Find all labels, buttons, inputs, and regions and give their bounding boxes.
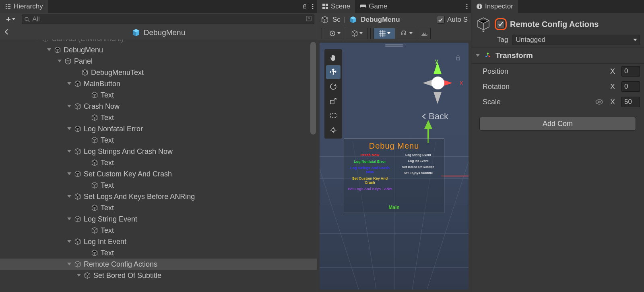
chevron-down-icon[interactable]	[67, 172, 72, 176]
hierarchy-tab[interactable]: Hierarchy	[0, 0, 48, 13]
rect-tool[interactable]	[326, 109, 341, 122]
debug-menu-item: Set Enjoys Subtitle	[396, 171, 441, 175]
render-mode-dropdown[interactable]	[346, 28, 367, 39]
chevron-down-icon[interactable]	[67, 150, 72, 153]
hierarchy-icon	[5, 3, 11, 10]
tag-value: Untagged	[516, 36, 545, 44]
tree-item[interactable]: DebugMenuText	[0, 67, 317, 78]
tree-item[interactable]: Text	[0, 202, 317, 213]
property-label: Position	[483, 67, 547, 76]
svg-rect-15	[330, 114, 336, 118]
chevron-down-icon[interactable]	[67, 127, 72, 130]
chevron-down-icon[interactable]	[76, 274, 81, 277]
tree-item[interactable]: Remote Config Actions	[0, 259, 317, 270]
move-gizmo-x-icon[interactable]	[441, 176, 469, 176]
tree-item[interactable]: Log String Event	[0, 213, 317, 225]
gameobject-icon	[91, 114, 98, 121]
svg-rect-6	[326, 4, 328, 6]
tree-item[interactable]: Panel	[0, 56, 317, 67]
add-component-button[interactable]: Add Com	[479, 117, 636, 130]
scrollbar-thumb[interactable]	[310, 42, 316, 135]
kebab-icon[interactable]	[309, 4, 317, 9]
tree-item[interactable]: Text	[0, 112, 317, 123]
tree-item[interactable]: Text	[0, 225, 317, 236]
gameobject-icon[interactable]	[475, 16, 491, 32]
tree-item[interactable]: Text	[0, 135, 317, 146]
tree-item[interactable]: Log Int Event	[0, 236, 317, 247]
kebab-icon[interactable]	[463, 4, 471, 9]
chevron-down-icon[interactable]	[67, 217, 72, 221]
tree-item[interactable]: DebugMenu	[0, 44, 317, 56]
property-label: Scale	[483, 98, 547, 106]
tree-item[interactable]: Log Nonfatal Error	[0, 123, 317, 135]
tag-dropdown[interactable]: Untagged	[512, 35, 640, 45]
breadcrumb-back-icon[interactable]	[4, 29, 9, 37]
gizmo-y-label: y	[435, 57, 438, 64]
tree-item[interactable]: Set Logs And Keys Before ANRing	[0, 191, 317, 202]
search-expand-icon[interactable]	[306, 15, 312, 23]
tree-item[interactable]: Text	[0, 157, 317, 168]
create-dropdown[interactable]	[2, 14, 19, 25]
chevron-down-icon[interactable]	[67, 263, 72, 266]
hand-tool[interactable]	[326, 51, 341, 64]
chevron-down-icon[interactable]	[67, 82, 72, 85]
transform-tool[interactable]	[326, 123, 341, 137]
chevron-down-icon[interactable]	[57, 60, 62, 63]
lock-icon[interactable]	[301, 4, 309, 9]
property-x-input[interactable]	[621, 97, 640, 107]
debug-menu-item: Log String Event	[396, 153, 441, 157]
chevron-down-icon[interactable]	[35, 39, 39, 40]
move-tool[interactable]	[326, 65, 341, 79]
scene-path-bar: Sc | DebugMenu Auto S	[317, 13, 471, 27]
debug-menu-item: Set Custom Key And Crash	[347, 176, 392, 184]
tree-item[interactable]: Canvas (Environment)	[0, 39, 317, 44]
scene-toolbar	[317, 27, 471, 40]
tree-item[interactable]: Set Bored Of Subtitle	[0, 270, 317, 281]
tree-item[interactable]: MainButton	[0, 78, 317, 89]
hierarchy-controls-bar: All	[0, 13, 317, 26]
scrollbar[interactable]	[310, 39, 316, 292]
tree-item[interactable]: Text	[0, 180, 317, 191]
snap-increment-button[interactable]	[418, 28, 431, 39]
gameobject-icon	[84, 272, 91, 279]
debug-menu-item: Set Bored Of Subtitle	[396, 165, 441, 169]
snap-dropdown[interactable]	[397, 28, 416, 39]
chevron-down-icon[interactable]	[67, 240, 72, 243]
scene-viewport[interactable]: y x Back Debug Menu Crash NowLog Nonfata…	[320, 43, 469, 290]
search-input[interactable]: All	[22, 14, 314, 24]
inspector-tab[interactable]: Inspector	[471, 0, 518, 13]
tree-item-label: Log Nonfatal Error	[84, 125, 143, 133]
grid-toggle-dropdown[interactable]	[374, 28, 395, 39]
scale-tool[interactable]	[326, 94, 341, 108]
auto-label: Auto S	[447, 16, 468, 24]
tree-item[interactable]: Text	[0, 89, 317, 101]
gameobject-name[interactable]: Remote Config Actions	[510, 20, 599, 29]
drag-handle-icon[interactable]	[385, 44, 403, 47]
chevron-down-icon[interactable]	[67, 195, 72, 198]
scene-tab[interactable]: Scene	[317, 0, 355, 13]
link-scale-icon[interactable]	[595, 99, 604, 105]
tree-item[interactable]: Crash Now	[0, 101, 317, 112]
chevron-down-icon[interactable]	[67, 105, 72, 108]
enabled-checkbox[interactable]	[497, 20, 505, 28]
tree-item[interactable]: Text	[0, 247, 317, 259]
property-row: ScaleX	[471, 94, 644, 110]
tree-item-label: Text	[101, 181, 114, 190]
move-gizmo-y-icon[interactable]	[424, 120, 432, 129]
orientation-gizmo[interactable]: y x	[412, 55, 460, 107]
transform-component-header[interactable]: Transform	[471, 48, 644, 64]
inspector-tab-header: Inspector	[471, 0, 644, 13]
svg-rect-5	[322, 4, 325, 6]
rotate-tool[interactable]	[326, 80, 341, 93]
property-x-input[interactable]	[621, 66, 640, 77]
hierarchy-tree[interactable]: Canvas (Environment)DebugMenuPanelDebugM…	[0, 39, 317, 292]
tree-item-label: Log String Event	[84, 215, 137, 224]
game-tab[interactable]: Game	[355, 0, 392, 13]
property-x-input[interactable]	[621, 81, 640, 92]
tree-item[interactable]: Log Strings And Crash Now	[0, 146, 317, 157]
scene-tab-icon	[322, 3, 328, 10]
auto-toggle[interactable]: Auto S	[437, 16, 468, 24]
draw-mode-dropdown[interactable]	[325, 28, 344, 39]
chevron-down-icon[interactable]	[47, 48, 52, 52]
tree-item[interactable]: Set Custom Key And Crash	[0, 168, 317, 180]
